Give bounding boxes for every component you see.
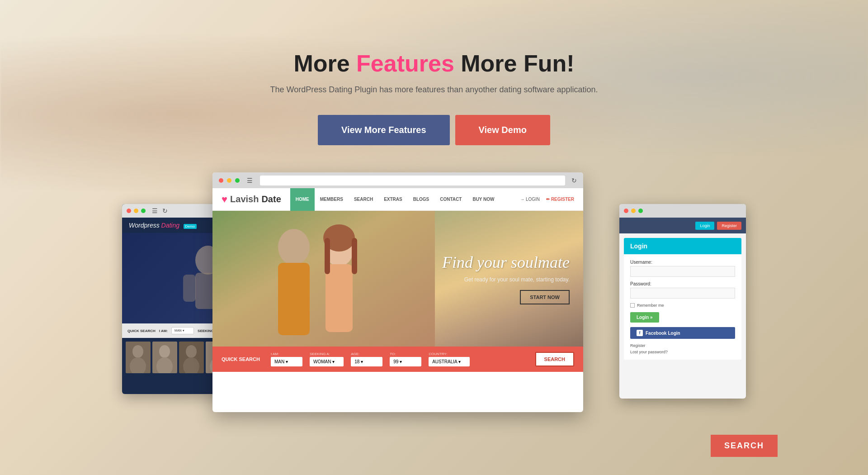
i-am-label-left: I AM: [159,329,168,333]
qs-age-field: AGE: 18 ▾ [351,352,382,366]
browser-bar-center: ☰ ↻ [212,172,583,188]
dot-red-right [624,209,628,213]
hero-text-area: Find your soulmate Get ready for your so… [442,253,570,304]
title-part2: More Fun! [454,50,575,76]
svg-point-11 [186,345,197,358]
username-label: Username: [630,260,735,265]
login-panel-header: Login [624,238,741,254]
nav-members-center[interactable]: MEMBERS [315,188,349,211]
refresh-icon-center: ↻ [571,177,577,184]
lavish-nav-links: HOME MEMBERS SEARCH EXTRAS BLOGS CONTACT… [290,188,520,211]
login-panel-body: Username: Password: Remember me Login » … [624,254,741,360]
svg-rect-16 [212,211,435,347]
right-top-nav: Login Register [619,218,746,233]
logo-lavish: Lavish [230,194,259,204]
soulmate-subtitle: Get ready for your soul mate, starting t… [442,276,570,283]
svg-point-17 [278,229,310,265]
member-photo-3 [179,342,204,373]
dot-red-left [127,209,131,213]
member-photo-1 [126,342,151,373]
address-bar[interactable] [260,176,565,185]
qs-i-am-select[interactable]: MAN ▾ [271,357,302,366]
svg-point-5 [132,345,143,358]
soulmate-title: Find your soulmate [442,253,570,272]
nav-home-center[interactable]: HOME [290,188,315,211]
view-features-button[interactable]: View More Features [318,115,449,145]
refresh-icon-left: ↻ [162,207,168,214]
login-icon: → [520,197,524,202]
lost-password-link[interactable]: Lost your password? [630,350,735,354]
qs-label-left: QUICK SEARCH [127,329,156,333]
dot-yellow-left [134,209,138,213]
password-label: Password: [630,281,735,286]
username-input[interactable] [630,266,735,277]
qs-i-am-label: I AM: [271,352,302,356]
qs-seeking-label: SEEKING A: [310,352,344,356]
login-panel: Login Username: Password: Remember me Lo… [624,238,741,360]
search-button-center[interactable]: SEARCH [535,352,574,366]
qs-country-field: COUNTRY: AUSTRALIA ▾ [429,352,470,366]
screenshots-container: ☰ ↻ Wordpress Dating Demo Home Members [122,172,746,412]
i-am-select-left[interactable]: MAN ▾ [171,327,194,334]
qs-i-am-field: I AM: MAN ▾ [271,352,302,366]
dot-yellow-center [227,178,231,183]
nav-contact-center[interactable]: CONTACT [434,188,467,211]
dot-yellow-right [631,209,636,213]
dot-green-right [638,209,643,213]
nav-buy-center[interactable]: BUY NOW [467,188,500,211]
view-demo-button[interactable]: View Demo [455,115,550,145]
member-photo-2 [152,342,177,373]
nav-search-center[interactable]: SEARCH [349,188,378,211]
nav-extras-center[interactable]: EXTRAS [378,188,408,211]
title-highlight: Features [356,50,454,76]
heart-icon: ♥ [222,194,227,205]
svg-rect-18 [278,263,310,335]
login-button-right[interactable]: Login [695,222,714,230]
dot-green-center [235,178,240,183]
browser-bar-right [619,204,746,218]
quick-search-bottom: QUICK SEARCH I AM: MAN ▾ SEEKING A: WOMA… [212,347,583,372]
hamburger-icon-left: ☰ [152,207,158,214]
qs-country-label: COUNTRY: [429,352,470,356]
remember-row: Remember me [630,303,735,308]
bottom-search-button[interactable]: searCH [711,435,778,457]
cta-buttons: View More Features View Demo [318,115,550,145]
password-input[interactable] [630,288,735,299]
qs-country-select[interactable]: AUSTRALIA ▾ [429,357,470,366]
nav-login-center[interactable]: → LOGIN [520,197,540,202]
svg-rect-20 [326,264,353,332]
lavishdate-nav: ♥ LavishDate HOME MEMBERS SEARCH EXTRAS … [212,188,583,211]
hero-couple-photo [212,211,435,347]
nav-right-center: → LOGIN ✏ REGISTER [520,197,574,202]
login-submit-button[interactable]: Login » [630,312,659,323]
svg-point-8 [159,345,170,358]
register-link-bottom[interactable]: Register [630,343,735,348]
lavish-logo: ♥ LavishDate [222,194,281,205]
qs-age-label: AGE: [351,352,382,356]
nav-register-center[interactable]: ✏ REGISTER [546,197,574,202]
remember-checkbox[interactable] [630,303,635,308]
remember-label: Remember me [637,303,664,308]
title-part1: More [293,50,356,76]
dot-green-left [141,209,146,213]
screenshot-lavishdate: ☰ ↻ ♥ LavishDate HOME MEMBERS SEARCH EXT… [212,172,583,412]
pencil-icon: ✏ [546,197,550,202]
svg-rect-23 [352,238,357,274]
demo-badge: Demo [184,224,197,229]
logo-date: Date [261,194,281,204]
qs-seeking-field: SEEKING A: WOMAN ▾ [310,352,344,366]
couple-kiss-svg [212,211,435,347]
facebook-login-button[interactable]: f Facebook Login [630,327,735,339]
register-button-right[interactable]: Register [717,222,741,230]
start-now-button[interactable]: START NOW [520,290,570,304]
qs-to-select[interactable]: 99 ▾ [390,357,421,366]
qs-age-select[interactable]: 18 ▾ [351,357,382,366]
facebook-icon: f [637,330,643,336]
screenshot-login: Login Register Login Username: Password:… [619,204,746,399]
hamburger-icon-center: ☰ [247,177,253,184]
nav-blogs-center[interactable]: BLOGS [408,188,435,211]
subtitle: The WordPress Dating Plugin has more fea… [270,85,598,95]
svg-rect-2 [183,275,196,302]
qs-to-label: TO: [390,352,421,356]
qs-seeking-select[interactable]: WOMAN ▾ [310,357,344,366]
